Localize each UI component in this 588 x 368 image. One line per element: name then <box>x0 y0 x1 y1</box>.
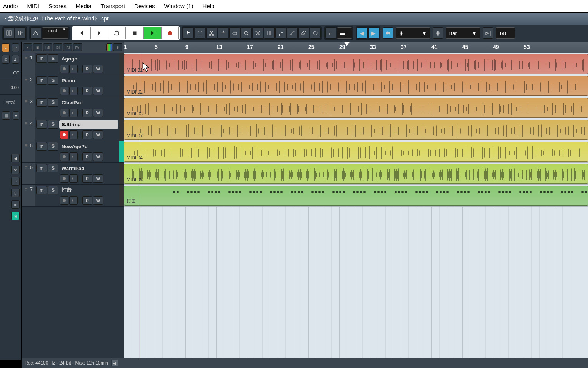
mute-button[interactable]: m <box>36 98 47 107</box>
stop-button[interactable] <box>126 27 143 39</box>
solo-button[interactable]: S <box>48 186 58 194</box>
snap-toggle-icon[interactable]: ✱ <box>383 27 393 39</box>
inspector-chan-icon[interactable]: ▤ <box>2 111 10 120</box>
track-name-field[interactable]: WarmPad <box>59 164 118 172</box>
solo-button[interactable]: S <box>48 164 58 172</box>
read-automation-button[interactable]: R <box>82 87 92 95</box>
grid-icon[interactable]: ⋕ <box>433 27 443 39</box>
play-tool-icon[interactable] <box>298 27 309 39</box>
write-automation-button[interactable]: W <box>93 65 103 73</box>
grid-type-select[interactable]: Bar▼ <box>446 27 480 39</box>
read-automation-button[interactable]: R <box>82 65 92 73</box>
record-enable-button[interactable] <box>60 196 68 205</box>
record-enable-button[interactable] <box>60 152 68 161</box>
snap-right-icon[interactable]: ▶ <box>368 27 379 39</box>
midi-clip[interactable]: MIDI 07 <box>124 120 588 140</box>
glue-tool-icon[interactable] <box>218 27 228 39</box>
monitor-button[interactable] <box>69 152 78 161</box>
track-name-field[interactable]: 打击 <box>59 186 118 195</box>
record-button[interactable] <box>161 27 179 39</box>
record-enable-button[interactable] <box>60 174 68 183</box>
inspector-send-icon[interactable]: → <box>11 177 20 186</box>
menu-scores[interactable]: Scores <box>48 3 67 9</box>
playhead-marker-icon[interactable] <box>344 42 350 46</box>
split-tool-icon[interactable] <box>206 27 217 39</box>
th-m-icon[interactable]: |M| <box>43 43 52 51</box>
inspector-quick-icon[interactable]: ◉ <box>11 212 20 220</box>
mute-tool-icon[interactable] <box>252 27 263 39</box>
event-row-4[interactable]: MIDI 07 <box>124 119 588 141</box>
read-automation-button[interactable]: R <box>82 109 92 117</box>
automation-curve-icon[interactable] <box>30 27 41 39</box>
scroll-left-icon[interactable]: ◀ <box>111 360 118 366</box>
event-row-7[interactable]: 打击 <box>124 185 588 207</box>
arrow-tool-icon[interactable] <box>183 27 194 39</box>
nudge-value[interactable]: ▬ <box>337 27 352 39</box>
menu-help[interactable]: Help <box>202 3 214 9</box>
midi-clip[interactable]: 打击 <box>124 186 588 206</box>
draw-tool-icon[interactable] <box>275 27 286 39</box>
inspector-collapse-icon[interactable]: ◀ <box>11 154 20 162</box>
automation-mode-select[interactable]: Touch <box>42 27 68 39</box>
inspector-notepad-icon[interactable]: ▯ <box>11 189 20 197</box>
inspector-insert-icon[interactable]: ⋈ <box>11 166 20 174</box>
cycle-button[interactable] <box>108 27 126 39</box>
track-2[interactable]: ≡2 m S Piano R W <box>22 75 124 97</box>
write-automation-button[interactable]: W <box>93 196 103 205</box>
monitor-button[interactable] <box>69 87 78 95</box>
go-to-start-button[interactable] <box>73 27 90 39</box>
line-tool-icon[interactable] <box>287 27 298 39</box>
empty-arrange-area[interactable] <box>124 207 588 360</box>
track-4[interactable]: ≡4 m S S.String R W <box>22 119 124 141</box>
th-dropdown-icon[interactable]: ▾ <box>23 43 32 51</box>
th-s-icon[interactable]: |S| <box>53 43 62 51</box>
midi-clip[interactable]: MIDI 05 <box>124 164 588 184</box>
mute-button[interactable]: m <box>36 164 47 172</box>
menu-midi[interactable]: MIDI <box>27 3 39 9</box>
inspector-value[interactable]: 0.00 <box>0 80 21 95</box>
events-area[interactable]: MIDI 01MIDI 02MIDI 03MIDI 07MIDI 04MIDI … <box>124 53 588 360</box>
inspector-list-icon[interactable]: ≡ <box>11 200 20 209</box>
solo-button[interactable]: S <box>48 54 58 63</box>
record-enable-button[interactable] <box>60 65 68 73</box>
solo-button[interactable]: S <box>48 142 58 151</box>
monitor-button[interactable] <box>69 196 78 205</box>
read-automation-button[interactable]: R <box>82 130 92 139</box>
zoom-tool-icon[interactable] <box>241 27 252 39</box>
solo-button[interactable]: S <box>48 120 58 129</box>
monitor-button[interactable] <box>69 65 78 73</box>
track-name-field[interactable]: NewAgePd <box>59 142 118 151</box>
monitor-button[interactable] <box>69 109 78 117</box>
read-automation-button[interactable]: R <box>82 152 92 161</box>
mute-button[interactable]: m <box>36 142 47 151</box>
settings-icon[interactable] <box>15 27 26 39</box>
mute-button[interactable]: m <box>36 120 47 129</box>
monitor-button[interactable] <box>69 130 78 139</box>
snap-type-select[interactable]: ⋕▼ <box>396 27 430 39</box>
inspector-out-icon[interactable]: ▾ <box>13 111 19 120</box>
mute-button[interactable]: m <box>36 54 47 63</box>
th-r-icon[interactable]: |R| <box>63 43 72 51</box>
solo-button[interactable]: S <box>48 98 58 107</box>
menu-window[interactable]: Window (1) <box>164 3 193 9</box>
write-automation-button[interactable]: W <box>93 174 103 183</box>
monitor-button[interactable] <box>69 174 78 183</box>
th-ms-icon[interactable]: ▣ <box>33 43 42 51</box>
midi-clip[interactable]: MIDI 04 <box>124 142 588 162</box>
event-row-3[interactable]: MIDI 03 <box>124 97 588 119</box>
inspector-visibility-icon[interactable]: ▸ <box>2 43 10 52</box>
quantize-select[interactable]: 1/8 <box>496 27 515 39</box>
event-row-5[interactable]: MIDI 04 <box>124 141 588 163</box>
nudge-icon[interactable]: ⌐ <box>325 27 336 39</box>
timewarp-tool-icon[interactable] <box>264 27 275 39</box>
th-color-icon[interactable] <box>106 43 112 51</box>
mute-button[interactable]: m <box>36 186 47 194</box>
track-name-field[interactable]: S.String <box>59 120 118 129</box>
menu-media[interactable]: Media <box>76 3 92 9</box>
solo-button[interactable]: S <box>48 76 58 85</box>
menu-audio[interactable]: Audio <box>3 3 18 9</box>
track-1[interactable]: ≡1 m S Agogo R W <box>22 53 124 75</box>
range-tool-icon[interactable] <box>195 27 205 39</box>
midi-clip[interactable]: MIDI 03 <box>124 98 588 118</box>
read-automation-button[interactable]: R <box>82 196 92 205</box>
